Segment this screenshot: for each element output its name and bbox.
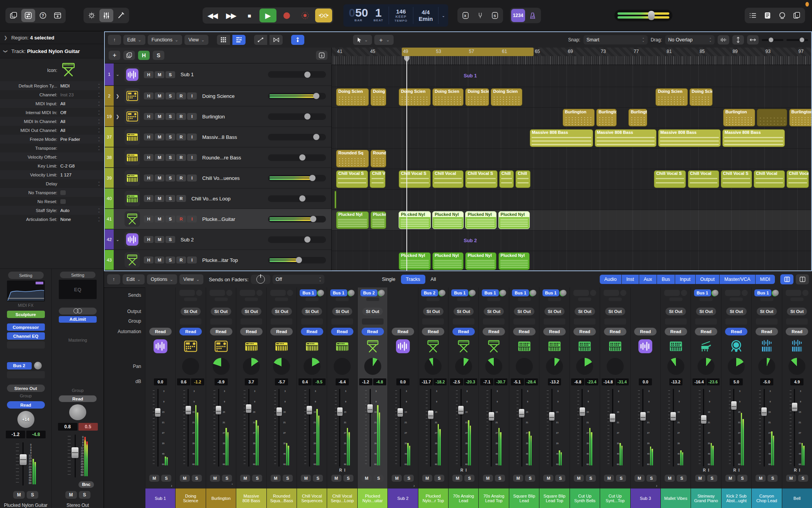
channel-fader[interactable]: 39152127354560 [274,389,289,467]
output-select[interactable]: St Out [211,308,231,315]
track-inspector-header[interactable]: ❯Track: Plucked Nylon Guitar [0,44,104,58]
output-select[interactable]: St Out [454,308,474,315]
send-knob[interactable] [34,362,42,369]
track-r-button[interactable]: R [176,257,186,263]
mute-button[interactable]: M [392,475,402,482]
channel-fader[interactable]: 39152127354560 [729,389,744,467]
channel-fader[interactable]: 03691215182124303540455060 [4,442,48,486]
peak-db[interactable]: 0.5 [78,423,98,431]
track-icon[interactable] [60,62,77,79]
solo-button[interactable]: S [616,475,626,482]
pan-knob[interactable]: +16 [547,359,562,374]
send-knob[interactable] [469,290,476,296]
strip-disclosure-icon[interactable] [176,483,205,488]
volume-db[interactable]: 0.4 [299,378,312,385]
view-mode-single[interactable]: Single [377,275,401,284]
lcd-chevron-icon[interactable]: ⌄ [438,7,448,24]
strip-disclosure-icon[interactable] [752,483,781,488]
mute-button[interactable]: M [331,475,341,482]
region-inspector-header[interactable]: ❯Region: 4 selected [0,31,104,44]
volume-db[interactable]: 4.9 [790,378,803,385]
note-pads-icon[interactable] [761,9,774,22]
track-name[interactable]: Massiv...8 Bass [202,134,268,140]
pan-knob[interactable]: +16 [699,359,713,374]
peak-db[interactable]: -20.3 [464,378,477,385]
track-number[interactable]: 38 [105,147,114,168]
region-doing-scien[interactable]: Doing Scien [432,88,464,106]
track-header-plucke-itar-top[interactable]: 43 HMSRI Plucke...itar Top [105,250,331,270]
strip-disclosure-icon[interactable] [722,483,751,488]
region-plucked-nyl[interactable]: Plucked Nyl [432,252,464,270]
solo-button[interactable]: S [192,475,202,482]
strip-disclosure-icon[interactable] [661,483,691,488]
region-massive-808-bass[interactable]: Massive 808 Bass [658,129,721,147]
automation-mode-button[interactable]: Read [665,328,687,335]
channel-fader[interactable]: 39152127354560 [699,389,714,467]
fader-cap[interactable] [458,406,464,414]
channel-strip-plucked-nylo-r-top[interactable]: Bus 2 St Out Read -12 -11.7-18.2 3915212… [418,287,448,508]
track-i-button[interactable]: I [187,216,197,222]
filter-input[interactable]: Input [675,275,695,284]
stepper-icon[interactable]: ⌃⌄ [97,111,101,115]
filter-midi[interactable]: MIDI [756,275,775,284]
horizontal-zoom-slider[interactable] [786,39,808,41]
send-knob[interactable] [439,290,445,296]
lcd-display[interactable]: 050BAR 1BEAT 146 KEEP TEMPO 4/4 Emin ⌄ [343,4,448,27]
region-chill-vocal-s[interactable]: Chill Vocal S [721,170,752,188]
track-name[interactable]: Plucke...Guitar [202,216,268,222]
region-plucked-nyl[interactable]: Plucked Nyl [336,211,369,229]
strip-disclosure-icon[interactable] [449,483,478,488]
channel-strip-rounded-squa-bass[interactable]: St Out Read -27 -5.7 39152127354560 MS R… [266,287,297,508]
solo-button[interactable]: S [404,475,414,482]
channel-fader[interactable]: 39152127354560 [759,389,774,467]
fader-cap[interactable] [519,409,524,417]
send-knob[interactable] [773,290,779,296]
group-slot[interactable] [453,318,474,325]
send-knob[interactable] [318,290,324,296]
channel-fader[interactable]: 39152127354560 [395,389,410,467]
mixer-menu-options[interactable]: Options⌄ [147,274,177,284]
library-icon[interactable]: ♪ [7,9,20,22]
stepper-icon[interactable]: ⌃⌄ [97,146,101,150]
track-s-button[interactable]: S [165,71,175,78]
track-volume-slider[interactable] [268,71,326,78]
channel-name[interactable]: Bell [782,488,812,508]
channel-name[interactable]: Kick 2 SubAbst...ught [722,488,751,508]
solo-button[interactable]: S [737,475,747,482]
group-slot[interactable] [301,318,323,325]
timeline-row-massiv-8-bass[interactable]: Massive 808 BassMassive 808 BassMassive … [332,128,811,149]
pan-knob[interactable]: +26 [305,359,319,374]
automation-mode-button[interactable]: Read [270,328,293,335]
channel-fader[interactable]: 39152127354560 [486,389,502,467]
region-rounded-sq[interactable]: Rounded Sq [336,150,369,168]
mute-button[interactable]: M [695,475,705,482]
group-slot[interactable] [756,318,778,325]
narrow-channel-view-icon[interactable] [796,274,809,284]
catch-playhead-icon[interactable] [291,35,304,45]
checkbox[interactable] [60,190,66,195]
tuner-icon[interactable] [473,9,487,22]
send-bus-button[interactable]: Bus 1 [694,289,711,296]
channel-fader[interactable]: 39152127354560 [304,389,319,467]
group-slot[interactable] [695,318,717,325]
channel-fader[interactable]: 39152127354560 [638,389,653,467]
record-enable-indicator[interactable]: R [339,468,342,472]
drag-select[interactable]: No Overlap⌃⌄ [665,35,715,44]
channel-strip-cut-up-synt-top[interactable]: St Out Read -14.8-31.4 39152127354560 MS… [600,287,630,508]
solo-tracks-button[interactable]: S [153,51,164,60]
disclosure-chevron-icon[interactable]: ❯ [114,94,121,99]
send-knob[interactable] [500,290,506,296]
group-slot[interactable] [544,318,565,325]
stepper-icon[interactable]: ⌃⌄ [97,102,101,106]
rewind-button[interactable]: ◀◀ [204,9,221,22]
fader-cap[interactable] [670,412,676,421]
track-i-button[interactable]: I [187,113,197,120]
channel-name[interactable]: RoundedSqua...Bass [267,488,297,508]
track-number[interactable]: 1 [105,63,114,86]
channel-fader[interactable]: 39152127354560 [153,389,168,467]
pan-knob[interactable]: +14 [17,411,34,428]
volume-db[interactable]: 3.7 [245,378,258,385]
track-r-button[interactable]: R [176,113,186,120]
track-m-button[interactable]: M [155,154,164,161]
filter-aux[interactable]: Aux [639,275,657,284]
